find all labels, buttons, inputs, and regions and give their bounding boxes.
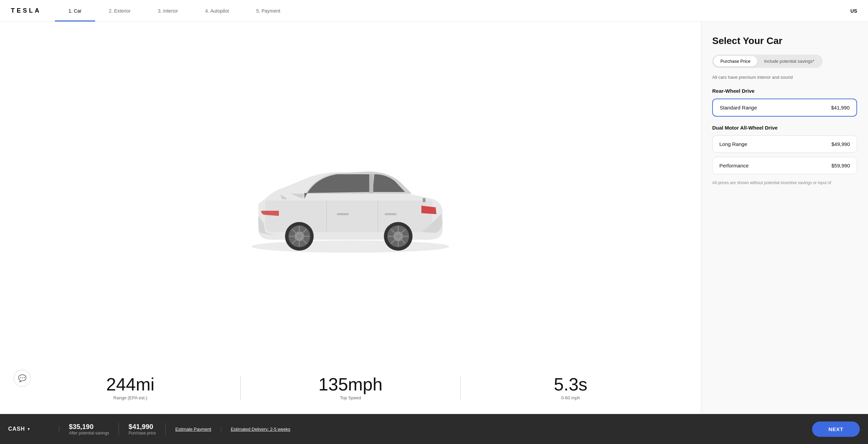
estimated-delivery[interactable]: Estimated Delivery: 2-5 weeks (221, 427, 812, 432)
svg-rect-4 (337, 213, 349, 215)
rwd-section-title: Rear-Wheel Drive (712, 88, 857, 94)
footer-purchase-label: Purchase price (129, 431, 156, 435)
tab-interior[interactable]: 3. Interior (144, 0, 192, 21)
stat-speed-label: Top Speed (251, 395, 450, 400)
price-toggle: Purchase Price Include potential savings… (712, 55, 823, 68)
footer-purchase-price: $41,990 (129, 423, 156, 431)
option-performance-name: Performance (719, 163, 749, 168)
stat-range-value: 244mi (31, 375, 230, 393)
right-panel: Select Your Car Purchase Price Include p… (701, 22, 868, 414)
footer-chevron-icon: ▾ (28, 427, 30, 431)
region-label: US (851, 8, 857, 14)
footer-bar: CASH ▾ $35,190 After potential savings $… (0, 414, 868, 444)
premium-note: All cars have premium interior and sound (712, 75, 857, 80)
header: TESLA 1. Car 2. Exterior 3. Interior 4. … (0, 0, 868, 22)
chat-button[interactable]: 💬 (14, 370, 31, 387)
svg-rect-20 (423, 198, 425, 202)
svg-rect-1 (369, 174, 373, 193)
select-car-title: Select Your Car (712, 35, 857, 46)
main-content: 244mi Range (EPA est.) 135mph Top Speed … (0, 22, 868, 414)
tab-autopilot[interactable]: 4. Autopilot (192, 0, 242, 21)
nav-tabs: 1. Car 2. Exterior 3. Interior 4. Autopi… (55, 0, 851, 21)
footer-savings: $35,190 After potential savings (59, 423, 119, 435)
option-long-range[interactable]: Long Range $49,990 (712, 135, 857, 153)
option-standard-range[interactable]: Standard Range $41,990 (712, 99, 857, 117)
svg-rect-5 (385, 213, 396, 215)
stat-accel-value: 5.3s (471, 375, 670, 393)
stat-range: 244mi Range (EPA est.) (20, 375, 240, 400)
stat-range-label: Range (EPA est.) (31, 395, 230, 400)
svg-point-0 (252, 240, 449, 253)
awd-section-title: Dual Motor All-Wheel Drive (712, 125, 857, 131)
option-standard-range-name: Standard Range (720, 105, 757, 110)
next-button[interactable]: NEXT (812, 421, 860, 437)
toggle-include-savings[interactable]: Include potential savings* (757, 56, 821, 66)
tab-exterior[interactable]: 2. Exterior (95, 0, 144, 21)
footer-savings-label: After potential savings (69, 431, 109, 435)
stat-speed-value: 135mph (251, 375, 450, 393)
option-performance[interactable]: Performance $59,990 (712, 157, 857, 174)
prices-note: All prices are shown without potential i… (712, 180, 857, 186)
stat-accel-label: 0-60 mph (471, 395, 670, 400)
option-long-range-name: Long Range (719, 141, 747, 147)
car-image-area (0, 22, 701, 375)
car-image (231, 141, 470, 257)
tab-payment[interactable]: 5. Payment (242, 0, 294, 21)
toggle-purchase-price[interactable]: Purchase Price (714, 56, 757, 66)
option-long-range-price: $49,990 (832, 141, 850, 147)
footer-cash-label: CASH (8, 426, 25, 432)
option-standard-range-price: $41,990 (831, 105, 850, 110)
option-performance-price: $59,990 (832, 163, 850, 168)
stats-bar: 244mi Range (EPA est.) 135mph Top Speed … (0, 375, 701, 400)
estimate-payment-button[interactable]: Estimate Payment (166, 427, 221, 432)
tab-car[interactable]: 1. Car (55, 0, 95, 21)
tesla-logo: TESLA (11, 7, 41, 14)
stat-acceleration: 5.3s 0-60 mph (460, 375, 680, 400)
footer-cash-section[interactable]: CASH ▾ (8, 426, 59, 432)
left-panel: 244mi Range (EPA est.) 135mph Top Speed … (0, 22, 701, 414)
footer-savings-price: $35,190 (69, 423, 109, 431)
stat-speed: 135mph Top Speed (240, 375, 461, 400)
footer-purchase: $41,990 Purchase price (119, 423, 166, 435)
